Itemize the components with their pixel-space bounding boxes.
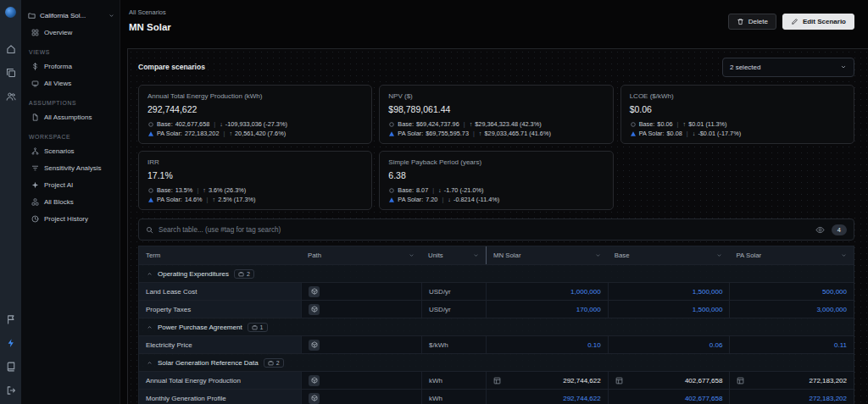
sort-chevron-icon[interactable] (716, 252, 722, 258)
units-cell: kWh (421, 390, 486, 404)
team-icon[interactable] (6, 91, 16, 102)
column-visibility-button[interactable] (815, 225, 825, 235)
scenario-label: Base: (398, 185, 414, 195)
group-row-solar-generation-reference-data[interactable]: Solar Generation Reference Data 2 (139, 353, 854, 371)
metric-card-energy: Annual Total Energy Production (kWh) 292… (138, 85, 372, 144)
block-link-icon[interactable] (309, 286, 320, 297)
sidebar-item-proforma[interactable]: Proforma (28, 58, 114, 75)
scenario-label: Base: (157, 185, 173, 195)
comparison-table: Term Path Units MN Solar Base PA Solar O… (138, 246, 854, 404)
docs-book-icon[interactable] (6, 362, 16, 372)
separator (221, 129, 226, 138)
delete-button-label: Delete (748, 18, 768, 25)
pa-solar-stat-row: PA Solar: 7.20 ↓ -0.8214 (-11.4%) (388, 195, 604, 204)
mn-solar-value[interactable]: 0.10 (486, 336, 608, 353)
units-cell: USD/yr (421, 301, 486, 318)
pa-solar-value[interactable]: 500,000 (729, 283, 854, 300)
sort-chevron-icon[interactable] (595, 252, 601, 258)
pa-solar-value[interactable]: 272,183,202 (729, 390, 854, 404)
scenario-label: PA Solar: (398, 129, 423, 138)
term-cell: Monthly Generation Profile (139, 390, 301, 404)
data-sheet-icon (615, 377, 623, 385)
sidebar-item-all-views[interactable]: All Views (28, 75, 114, 91)
base-marker-icon (147, 121, 154, 128)
block-link-icon[interactable] (309, 375, 320, 386)
sidebar-item-label: Project AI (44, 181, 73, 189)
logout-icon[interactable] (6, 385, 16, 396)
app-logo[interactable] (5, 7, 16, 18)
base-value[interactable]: 1,500,000 (608, 283, 730, 300)
group-row-power-purchase-agreement[interactable]: Power Purchase Agreement 1 (139, 318, 854, 335)
scenario-value: 14.6% (185, 195, 203, 204)
sidebar-item-label: Project History (44, 215, 88, 223)
clock-icon (31, 215, 39, 223)
delta-value: $0.01 (11.3%) (688, 119, 726, 129)
file-icon (31, 113, 39, 121)
breadcrumb[interactable]: All Scenarios (129, 8, 171, 16)
pa-solar-value[interactable]: 3,000,000 (729, 301, 854, 318)
sidebar-item-scenarios[interactable]: Scenarios (28, 142, 114, 159)
base-value[interactable]: 1,500,000 (608, 301, 730, 318)
block-link-icon[interactable] (309, 340, 320, 351)
mn-solar-value[interactable]: 170,000 (486, 301, 608, 318)
scenario-value: $69,755,595.73 (426, 129, 469, 138)
projects-icon[interactable] (6, 68, 16, 78)
base-value[interactable]: 402,677,658 (608, 390, 730, 404)
pa-solar-value[interactable]: 272,183,202 (729, 372, 854, 389)
sidebar-item-overview[interactable]: Overview (28, 24, 114, 41)
sidebar-item-all-blocks[interactable]: All Blocks (28, 193, 114, 210)
table-row-monthly-generation-profile[interactable]: Monthly Generation Profile kWh 292,744,6… (139, 389, 854, 404)
group-count: 2 (276, 360, 280, 366)
scenario-label: PA Solar: (157, 129, 182, 138)
mn-solar-value[interactable]: 1,000,000 (486, 283, 608, 300)
pa-solar-value[interactable]: 0.11 (729, 336, 854, 353)
column-header-path[interactable]: Path (301, 246, 421, 264)
sidebar-item-sensitivity-analysis[interactable]: Sensitivity Analysis (28, 159, 114, 176)
delta-arrow-icon: ↑ (470, 119, 473, 129)
base-value[interactable]: 402,677,658 (608, 372, 730, 389)
content-panel: Compare scenarios 2 selected Annual Tota… (127, 48, 868, 404)
column-header-pa-solar[interactable]: PA Solar (729, 246, 854, 264)
sidebar-item-project-history[interactable]: Project History (28, 210, 114, 227)
column-header-units[interactable]: Units (421, 246, 486, 264)
folder-icon (28, 12, 36, 19)
delta-arrow-icon: ↑ (203, 185, 206, 195)
sort-chevron-icon[interactable] (409, 252, 415, 258)
group-row-operating-expenditures[interactable]: Operating Expenditures 2 (139, 264, 854, 282)
sidebar-item-project-ai[interactable]: Project AI (28, 176, 114, 193)
visible-columns-badge: 4 (832, 224, 847, 235)
table-row-electricity-price[interactable]: Electricity Price $/kWh 0.10 0.06 0.11 (139, 335, 854, 353)
main-area: All Scenarios MN Solar Delete Edit Scena… (120, 0, 868, 404)
sidebar-item-label: Proforma (44, 63, 72, 70)
scenario-select-dropdown[interactable]: 2 selected (722, 58, 854, 77)
metric-card-lcoe: LCOE ($/kWh) $0.06 Base: $0.06 ↑ $0.01 (… (620, 85, 854, 144)
sidebar-item-all-assumptions[interactable]: All Assumptions (28, 108, 114, 125)
chevron-down-icon (108, 13, 114, 19)
mn-solar-value[interactable]: 292,744,622 (486, 372, 608, 389)
metric-cards-grid: Annual Total Energy Production (kWh) 292… (138, 85, 854, 210)
home-icon[interactable] (6, 44, 16, 54)
table-row-annual-total-energy-production[interactable]: Annual Total Energy Production kWh 292,7… (139, 371, 854, 389)
metric-value: 6.38 (388, 170, 604, 180)
search-input[interactable] (159, 226, 807, 234)
project-selector[interactable]: California Sol... (28, 7, 114, 24)
empty-grid-cell (620, 151, 854, 210)
block-link-icon[interactable] (309, 393, 320, 404)
zap-icon[interactable] (6, 338, 16, 348)
table-row-land-lease-cost[interactable]: Land Lease Cost USD/yr 1,000,000 1,500,0… (139, 282, 854, 300)
feedback-flag-icon[interactable] (6, 314, 16, 324)
sort-chevron-icon[interactable] (841, 252, 847, 258)
mn-solar-value[interactable]: 292,744,622 (486, 390, 608, 404)
column-header-mn-solar[interactable]: MN Solar (486, 246, 608, 264)
cube-icon (311, 288, 318, 295)
delete-button[interactable]: Delete (728, 14, 776, 30)
table-header-row: Term Path Units MN Solar Base PA Solar (139, 246, 854, 264)
table-row-property-taxes[interactable]: Property Taxes USD/yr 170,000 1,500,000 … (139, 300, 854, 318)
sort-chevron-icon[interactable] (473, 252, 479, 258)
edit-scenario-button[interactable]: Edit Scenario (782, 14, 854, 30)
base-stat-row: Base: 402,677,658 ↓ -109,933,036 (-27.3%… (147, 119, 363, 129)
base-value[interactable]: 0.06 (608, 336, 730, 353)
branch-icon (31, 147, 39, 155)
column-header-base[interactable]: Base (608, 246, 730, 264)
block-link-icon[interactable] (309, 304, 320, 315)
